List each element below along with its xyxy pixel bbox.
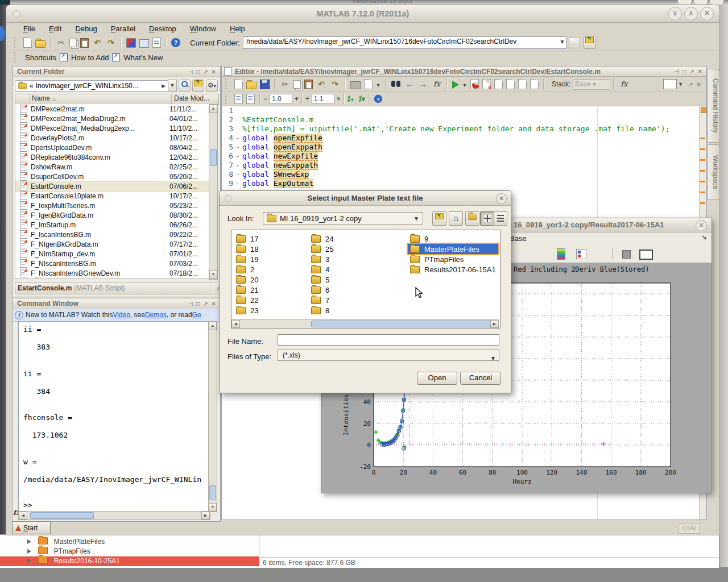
clear-breakpoints-icon[interactable] bbox=[482, 79, 491, 89]
type-column-header[interactable] bbox=[15, 94, 30, 105]
tab-workspace[interactable]: Workspace bbox=[708, 144, 720, 200]
chevron-down-icon[interactable] bbox=[462, 79, 467, 89]
close-panel-icon[interactable]: ✕ bbox=[210, 301, 218, 307]
maximize-panel-icon[interactable]: □ bbox=[195, 301, 201, 307]
start-button[interactable]: Start bbox=[12, 521, 51, 534]
axes-box-icon[interactable] bbox=[639, 250, 653, 260]
dock-icon[interactable]: ⊣ bbox=[186, 301, 195, 307]
folder-item[interactable]: 21 bbox=[234, 285, 260, 295]
file-row[interactable]: F_NIgenBkGrdData.m 07/17/2... bbox=[15, 239, 210, 249]
command-window-hscrollbar[interactable]: ◀ ▶ bbox=[18, 511, 210, 520]
warning-tick[interactable] bbox=[700, 192, 705, 193]
toolbar-grip[interactable] bbox=[225, 79, 228, 89]
comment-percent-icon[interactable]: ⁒₊ bbox=[348, 95, 354, 103]
print-preview-icon[interactable] bbox=[364, 79, 373, 89]
simulink-icon[interactable] bbox=[126, 38, 136, 48]
date-column-header[interactable]: Date Mod... bbox=[172, 94, 218, 105]
folder-item[interactable]: Results2017-06-15A1 bbox=[408, 264, 498, 275]
dock-icon[interactable]: ⊣ bbox=[186, 69, 195, 75]
folder-item[interactable]: 23 bbox=[234, 305, 260, 315]
divide-button[interactable]: ÷ bbox=[305, 95, 309, 103]
scroll-left-arrow[interactable]: ◀ bbox=[231, 320, 240, 328]
continue-icon[interactable] bbox=[530, 79, 539, 89]
code-line[interactable]: 3%[file,path] = uiputfile('.mat','Create… bbox=[222, 124, 706, 134]
toolbar-grip[interactable] bbox=[14, 38, 17, 48]
open-file-icon[interactable] bbox=[246, 82, 257, 89]
undo-icon[interactable] bbox=[316, 79, 326, 89]
minimize-button[interactable]: ∨ bbox=[668, 7, 682, 20]
file-manager-row[interactable]: PTmapFiles bbox=[0, 547, 719, 556]
expand-triangle-icon[interactable] bbox=[27, 549, 31, 554]
file-name-input[interactable] bbox=[278, 334, 499, 346]
code-line[interactable]: 5-global openExppath bbox=[222, 143, 706, 152]
current-folder-path-input[interactable]: /media/data/EASY/InovImager_jwrCF_WINLin… bbox=[243, 36, 566, 49]
scroll-thumb[interactable] bbox=[30, 512, 94, 519]
search-button[interactable] bbox=[179, 80, 191, 92]
scroll-down-arrow[interactable]: ▼ bbox=[209, 503, 217, 512]
file-row[interactable]: EstartConsole.m 07/06/2... bbox=[15, 181, 210, 191]
folder-item[interactable]: 22 bbox=[234, 295, 260, 305]
cut-icon[interactable] bbox=[280, 79, 290, 89]
copy-icon[interactable] bbox=[69, 39, 77, 47]
colormap-icon[interactable] bbox=[557, 248, 565, 260]
warning-tick[interactable] bbox=[700, 170, 705, 172]
figure-menu-fragment[interactable]: Base bbox=[510, 234, 527, 243]
cut-icon[interactable] bbox=[56, 38, 66, 48]
chevron-down-icon[interactable]: ▼ bbox=[678, 81, 683, 87]
files-of-type-select[interactable]: (*.xls)▼ bbox=[278, 350, 499, 361]
file-row[interactable]: EstartConsole10plate.m 10/17/2... bbox=[15, 191, 210, 201]
command-window-vscrollbar[interactable]: ▲ ▼ bbox=[208, 321, 217, 512]
code-line[interactable]: 1 bbox=[222, 106, 706, 115]
file-row[interactable]: DMPexcel2mat_MediaDrug2exp... 11/10/2... bbox=[15, 123, 210, 133]
folder-item[interactable]: 7 bbox=[309, 295, 336, 305]
stack-select[interactable]: Base ▾ bbox=[573, 79, 610, 90]
find-icon[interactable] bbox=[391, 79, 401, 89]
matlab-titlebar[interactable]: MATLAB 7.12.0 (R2011a) ∨ ∧ ✕ bbox=[6, 5, 719, 23]
file-row[interactable]: F_NIscanIntensBGnewDev.m 07/18/2... bbox=[15, 268, 210, 278]
scroll-down-arrow[interactable]: ▼ bbox=[209, 271, 217, 279]
step-icon[interactable] bbox=[494, 79, 503, 89]
up-one-level-button[interactable] bbox=[432, 211, 446, 226]
up-folder-button[interactable] bbox=[584, 36, 596, 49]
info-icon[interactable] bbox=[374, 95, 382, 103]
layout-box-icon[interactable] bbox=[663, 79, 677, 89]
demos-link[interactable]: Demos bbox=[145, 311, 167, 319]
warning-tick[interactable] bbox=[700, 138, 705, 139]
code-line[interactable]: 4-global openExpfile bbox=[222, 134, 706, 143]
file-row[interactable]: DMPexcel2mat_MediaDrug2.m 04/01/2... bbox=[15, 114, 210, 123]
gray-swatch-icon[interactable] bbox=[622, 250, 631, 259]
cancel-button[interactable]: Cancel bbox=[460, 372, 501, 385]
file-row[interactable]: DsuperCellDev.m 05/20/2... bbox=[15, 172, 210, 181]
maximize-panel-icon[interactable]: □ bbox=[681, 68, 688, 74]
undock-icon[interactable]: ↗ bbox=[201, 69, 209, 75]
warning-tick[interactable] bbox=[700, 202, 705, 204]
close-panel-icon[interactable]: ✕ bbox=[695, 81, 703, 88]
set-breakpoint-icon[interactable] bbox=[470, 79, 479, 89]
getting-started-link[interactable]: Ge bbox=[192, 311, 201, 319]
current-folder-panel-header[interactable]: Current Folder ⊣ □ ↗ ✕ bbox=[13, 66, 220, 77]
undock-icon[interactable]: ↗ bbox=[686, 81, 694, 88]
browse-folder-button[interactable]: ... bbox=[569, 37, 580, 48]
scroll-left-arrow[interactable]: ◀ bbox=[19, 512, 27, 519]
file-row[interactable]: F_IexpMultiTseries.m 05/23/2... bbox=[15, 201, 210, 210]
profiler-icon[interactable] bbox=[152, 38, 161, 48]
look-in-select[interactable]: MI 16_0919_yor1-2 copy ▼ bbox=[263, 212, 423, 225]
scroll-up-arrow[interactable]: ▲ bbox=[209, 322, 217, 330]
close-button[interactable]: ✕ bbox=[496, 193, 507, 204]
property-editor-icon[interactable] bbox=[576, 249, 586, 259]
step-in-icon[interactable] bbox=[506, 79, 515, 89]
dock-icon[interactable]: ⊣ bbox=[672, 68, 681, 74]
editor-header[interactable]: Editor - /media/data/EASY/InovImager_jwr… bbox=[222, 66, 706, 77]
file-row[interactable]: F_NImStartup_dev.m 07/01/2... bbox=[15, 249, 210, 259]
run-icon[interactable] bbox=[452, 81, 459, 89]
menu-item[interactable]: Edit bbox=[43, 24, 67, 34]
file-row[interactable]: DoverlayPlots2.m 10/17/2... bbox=[15, 133, 210, 143]
code-line[interactable]: 9-global ExpOutmat bbox=[222, 179, 706, 188]
comment-percent-menu-icon[interactable]: ⁒▾ bbox=[358, 95, 365, 103]
file-details-footer[interactable]: EstartConsole.m (MATLAB Script) ∧ bbox=[15, 282, 224, 294]
insert-cell-icon[interactable] bbox=[234, 94, 243, 104]
chevron-down-icon[interactable] bbox=[376, 79, 380, 89]
menu-item[interactable]: Window bbox=[184, 24, 222, 34]
new-file-icon[interactable] bbox=[23, 38, 32, 48]
folder-item[interactable]: 2 bbox=[234, 264, 260, 275]
